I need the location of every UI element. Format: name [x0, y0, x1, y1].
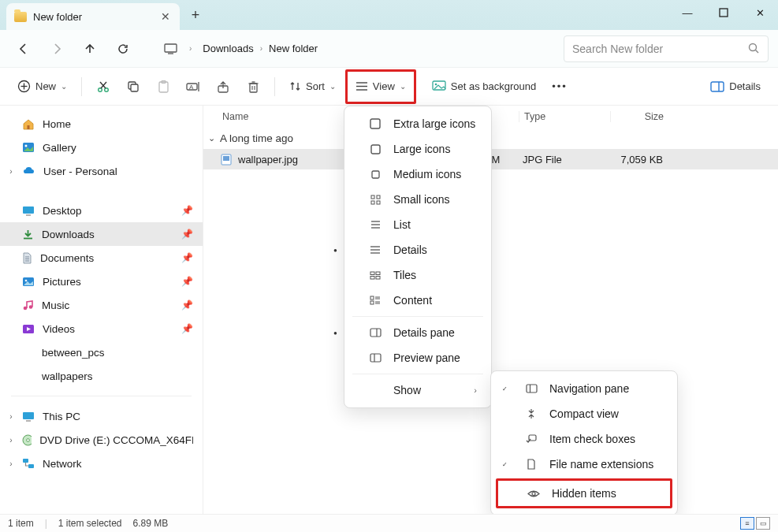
folder-icon [22, 371, 34, 381]
sidebar-item-dvd[interactable]: › DVD Drive (E:) CCCOMA_X64FRE_EN [0, 428, 203, 452]
sidebar-item-folder[interactable]: between_pcs [0, 340, 203, 364]
pc-icon[interactable] [156, 35, 184, 63]
menu-item-show[interactable]: Show › [344, 378, 491, 403]
menu-item-compact-view[interactable]: Compact view [491, 401, 677, 426]
details-pane-button[interactable]: Details [704, 73, 767, 100]
minimize-button[interactable]: — [669, 0, 705, 25]
window-controls: — ✕ [669, 0, 778, 25]
chevron-down-icon: ⌄ [400, 82, 406, 91]
col-size[interactable]: Size [610, 111, 672, 122]
sidebar-item-user[interactable]: › User - Personal [0, 159, 203, 183]
svg-rect-58 [377, 195, 380, 199]
sidebar-item-folder[interactable]: wallpapers [0, 364, 203, 388]
delete-button[interactable] [240, 73, 266, 100]
status-selected: 1 item selected [58, 518, 122, 529]
svg-rect-54 [370, 119, 380, 128]
svg-point-34 [25, 145, 28, 147]
breadcrumb-item[interactable]: New folder [269, 43, 318, 54]
up-button[interactable] [76, 35, 104, 63]
svg-rect-13 [131, 84, 138, 91]
copy-button[interactable] [120, 73, 147, 100]
sidebar-item-home[interactable]: Home [0, 112, 203, 136]
menu-item-xl-icons[interactable]: Extra large icons [344, 111, 491, 136]
cut-button[interactable] [90, 73, 117, 100]
chevron-down-icon: ⌄ [208, 133, 215, 143]
menu-item-hidden-items[interactable]: Hidden items [498, 481, 670, 506]
menu-item-medium-icons[interactable]: Medium icons [344, 162, 491, 187]
menu-item-details-pane[interactable]: ● Details pane [344, 320, 491, 345]
menu-item-list[interactable]: List [344, 212, 491, 237]
share-button[interactable] [210, 73, 236, 100]
chevron-right-icon: › [6, 459, 16, 468]
menu-item-large-icons[interactable]: Large icons [344, 136, 491, 162]
paste-button[interactable] [150, 73, 177, 100]
close-tab-button[interactable]: ✕ [159, 10, 172, 23]
set-background-button[interactable]: Set as background [426, 73, 542, 100]
menu-item-file-extensions[interactable]: ✓ File name extensions [491, 452, 677, 477]
details-icon [368, 245, 382, 255]
tab-title: New folder [33, 11, 153, 23]
new-tab-button[interactable]: + [184, 4, 207, 26]
rename-button[interactable]: A [180, 73, 207, 100]
bullet-selected-icon: ● [333, 329, 343, 337]
thumbnails-view-button[interactable]: ▭ [756, 517, 770, 530]
view-button[interactable]: View ⌄ [349, 73, 412, 100]
svg-rect-1 [165, 44, 177, 52]
svg-line-4 [756, 50, 759, 54]
chevron-right-icon: › [474, 385, 477, 395]
more-button[interactable]: ••• [545, 73, 574, 100]
svg-rect-67 [370, 272, 374, 275]
search-input[interactable]: Search New folder [564, 35, 769, 62]
forward-button[interactable] [43, 35, 71, 63]
sidebar-item-downloads[interactable]: Downloads 📌 [0, 222, 203, 246]
svg-rect-81 [527, 385, 537, 392]
menu-item-preview-pane[interactable]: Preview pane [344, 345, 491, 370]
menu-item-checkboxes[interactable]: Item check boxes [491, 426, 677, 452]
chevron-right-icon: › [6, 436, 16, 445]
sidebar-item-pictures[interactable]: Pictures 📌 [0, 270, 203, 293]
sidebar-item-this-pc[interactable]: › This PC [0, 404, 203, 428]
svg-point-29 [435, 84, 437, 86]
close-window-button[interactable]: ✕ [742, 0, 778, 25]
refresh-button[interactable] [109, 35, 137, 63]
details-view-button[interactable]: ≡ [740, 517, 754, 530]
sidebar-item-music[interactable]: Music 📌 [0, 293, 203, 317]
maximize-button[interactable] [705, 0, 742, 25]
sidebar: Home Gallery › User - Personal Desktop 📌… [0, 106, 203, 514]
sidebar-item-videos[interactable]: Videos 📌 [0, 317, 203, 340]
show-submenu: ✓ Navigation pane Compact view Item chec… [490, 370, 678, 515]
back-button[interactable] [9, 35, 38, 63]
grid-icon [368, 195, 382, 205]
square-icon [368, 170, 382, 179]
svg-rect-69 [370, 276, 374, 279]
menu-item-content[interactable]: Content [344, 288, 491, 313]
menu-item-details[interactable]: ● Details [344, 237, 491, 262]
checkbox-icon [524, 434, 538, 445]
svg-rect-59 [371, 201, 374, 204]
sidebar-item-desktop[interactable]: Desktop 📌 [0, 199, 203, 222]
sidebar-item-gallery[interactable]: Gallery [0, 136, 203, 159]
bullet-selected-icon: ● [333, 247, 343, 254]
svg-rect-71 [370, 296, 374, 299]
navbar: › Downloads › New folder Search New fold… [0, 30, 778, 68]
window-tab[interactable]: New folder ✕ [6, 3, 180, 30]
svg-rect-68 [376, 272, 380, 275]
chevron-right-icon: › [6, 412, 16, 421]
menu-item-tiles[interactable]: Tiles [344, 262, 491, 288]
svg-rect-57 [371, 195, 374, 199]
svg-point-42 [25, 279, 28, 281]
sidebar-item-documents[interactable]: Documents 📌 [0, 246, 203, 270]
svg-rect-46 [23, 412, 34, 419]
breadcrumb-item[interactable]: Downloads [203, 43, 253, 54]
svg-rect-53 [223, 156, 229, 161]
menu-item-small-icons[interactable]: Small icons [344, 187, 491, 212]
menu-item-nav-pane[interactable]: ✓ Navigation pane [491, 376, 677, 401]
tiles-icon [368, 271, 382, 280]
new-button[interactable]: New ⌄ [11, 73, 73, 100]
svg-rect-0 [720, 9, 728, 17]
hidden-items-highlight: Hidden items [496, 478, 672, 508]
col-type[interactable]: Type [519, 111, 610, 122]
pin-icon: 📌 [181, 252, 193, 263]
sort-button[interactable]: Sort ⌄ [283, 73, 342, 100]
sidebar-item-network[interactable]: › Network [0, 452, 203, 475]
